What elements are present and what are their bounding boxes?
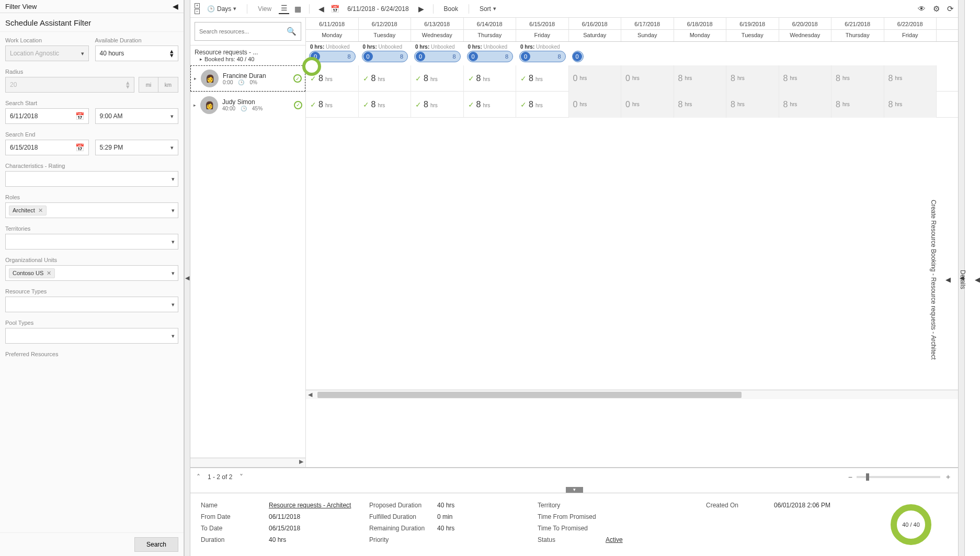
search-resources-input[interactable]: 🔍 bbox=[195, 22, 301, 41]
prev-range-icon[interactable]: ◀ bbox=[316, 5, 326, 13]
search-button[interactable]: Search bbox=[134, 537, 178, 552]
date-header: 6/18/2018 bbox=[674, 18, 727, 29]
schedule-toolbar: +− 🕒 Days ▾ View ☰ ▦ ◀ 📅 6/11/2018 - 6/2… bbox=[190, 0, 958, 18]
unit-km-button[interactable]: km bbox=[158, 77, 178, 93]
resource-row[interactable]: ▸ 👩 Judy Simon 40:00🕒45% ✓ bbox=[190, 92, 305, 118]
territories-select[interactable]: ▾ bbox=[5, 234, 178, 249]
close-details-icon[interactable]: ◀ bbox=[975, 276, 980, 283]
availability-cell[interactable]: ✓8hrs bbox=[516, 92, 569, 118]
zoom-out-icon[interactable]: − bbox=[848, 473, 852, 481]
availability-cell[interactable]: ✓8hrs bbox=[359, 65, 412, 92]
spinner-icon[interactable]: ▴▾ bbox=[170, 49, 174, 58]
org-units-select[interactable]: Contoso US✕ ▾ bbox=[5, 265, 178, 281]
pool-types-select[interactable]: ▾ bbox=[5, 328, 178, 344]
expand-icon[interactable]: ▸ bbox=[194, 76, 197, 81]
org-unit-tag[interactable]: Contoso US✕ bbox=[9, 268, 55, 278]
remove-tag-icon[interactable]: ✕ bbox=[38, 207, 43, 214]
ttp-label: Time To Promised bbox=[538, 525, 606, 532]
zoom-in-icon[interactable]: ＋ bbox=[944, 472, 952, 482]
to-date-value: 06/15/2018 bbox=[269, 525, 300, 532]
horizontal-scrollbar[interactable]: ◀ bbox=[306, 390, 958, 399]
availability-cell[interactable]: ✓8hrs bbox=[464, 92, 517, 118]
availability-cell[interactable]: 8hrs bbox=[674, 92, 727, 118]
next-range-icon[interactable]: ▶ bbox=[416, 5, 427, 13]
sort-button[interactable]: Sort ▾ bbox=[475, 3, 500, 15]
org-units-label: Organizational Units bbox=[5, 257, 178, 263]
expand-icon[interactable]: ▸ bbox=[193, 103, 196, 108]
list-view-icon[interactable]: ☰ bbox=[279, 4, 289, 14]
availability-cell[interactable]: ✓8hrs bbox=[411, 92, 464, 118]
zoom-slider[interactable] bbox=[857, 476, 940, 478]
drag-handle[interactable]: ▾ bbox=[566, 487, 583, 493]
radius-input: 20 ▴▾ bbox=[5, 77, 134, 93]
date-header: 6/13/2018 bbox=[411, 18, 464, 29]
requirement-title[interactable]: Resource requests - ... bbox=[190, 46, 305, 56]
characteristics-select[interactable]: ▾ bbox=[5, 171, 178, 187]
details-tab[interactable]: Details bbox=[959, 270, 966, 289]
pill-cell[interactable]: 08 bbox=[411, 51, 464, 62]
book-button[interactable]: Book bbox=[440, 3, 462, 15]
availability-cell[interactable]: 8hrs bbox=[779, 92, 832, 118]
search-icon[interactable]: 🔍 bbox=[287, 27, 297, 36]
available-duration-select[interactable]: 40 hours ▴▾ bbox=[95, 46, 179, 61]
pill-cell[interactable]: 08 bbox=[516, 51, 569, 62]
availability-cell[interactable]: 8hrs bbox=[884, 65, 937, 92]
availability-cell[interactable]: 8hrs bbox=[726, 65, 779, 92]
pill-cell[interactable]: 08 bbox=[359, 51, 412, 62]
availability-cell[interactable]: 8hrs bbox=[884, 92, 937, 118]
resource-types-select[interactable]: ▾ bbox=[5, 297, 178, 312]
chevron-down-icon: ▾ bbox=[81, 50, 84, 57]
pill-cell[interactable]: 08 bbox=[464, 51, 517, 62]
search-start-time[interactable]: 9:00 AM ▾ bbox=[95, 108, 179, 124]
chevron-down-icon: ▾ bbox=[172, 333, 175, 339]
fulfilled-label: Fulfilled Duration bbox=[369, 513, 437, 520]
gear-icon[interactable]: ⚙ bbox=[933, 4, 940, 14]
collapse-left-handle[interactable]: ◀ bbox=[185, 275, 189, 281]
weekday-header: Wednesday bbox=[779, 30, 832, 41]
availability-cell[interactable]: 8hrs bbox=[779, 65, 832, 92]
availability-cell[interactable]: 0hrs bbox=[621, 65, 674, 92]
role-tag[interactable]: Architect✕ bbox=[9, 206, 47, 215]
work-location-select[interactable]: Location Agnostic ▾ bbox=[5, 46, 89, 61]
date-header: 6/12/2018 bbox=[359, 18, 412, 29]
availability-cell[interactable]: 8hrs bbox=[674, 65, 727, 92]
roles-select[interactable]: Architect✕ ▾ bbox=[5, 202, 178, 218]
availability-cell[interactable]: ✓8hrs bbox=[464, 65, 517, 92]
calendar-icon[interactable]: 📅 bbox=[75, 143, 84, 152]
availability-cell[interactable]: ✓8hrs bbox=[516, 65, 569, 92]
availability-cell[interactable]: 0hrs bbox=[569, 65, 622, 92]
availability-cell[interactable]: 8hrs bbox=[726, 92, 779, 118]
availability-cell[interactable]: 8hrs bbox=[831, 65, 884, 92]
visibility-icon[interactable]: 👁 bbox=[918, 4, 926, 13]
pager-down-icon[interactable]: ˅ bbox=[240, 473, 243, 481]
date-range[interactable]: 6/11/2018 - 6/24/2018 bbox=[343, 3, 413, 15]
availability-cell[interactable]: ✓8hrs bbox=[359, 92, 412, 118]
availability-cell[interactable]: 0hrs bbox=[621, 92, 674, 118]
expand-collapse-group[interactable]: +− bbox=[195, 3, 200, 14]
availability-cell[interactable]: ✓8hrs bbox=[411, 65, 464, 92]
unbooked-cell: 0 hrs: Unbooked bbox=[516, 44, 569, 50]
pager-up-icon[interactable]: ˄ bbox=[197, 473, 200, 481]
scroll-right-icon[interactable]: ▶ bbox=[299, 458, 303, 467]
grid-view-icon[interactable]: ▦ bbox=[292, 5, 303, 13]
requirement-link[interactable]: Resource requests - Architect bbox=[269, 502, 351, 509]
pill-cell[interactable]: 0 bbox=[569, 51, 622, 62]
search-start-date[interactable]: 6/11/2018 📅 bbox=[5, 108, 89, 124]
search-end-time[interactable]: 5:29 PM ▾ bbox=[95, 140, 179, 155]
calendar-icon[interactable]: 📅 bbox=[329, 5, 340, 13]
availability-cell[interactable]: 8hrs bbox=[831, 92, 884, 118]
resource-row[interactable]: ▸ 👩 Francine Duran 0:00🕒0% ✓ bbox=[190, 65, 305, 92]
collapse-filter-icon[interactable]: ◀ bbox=[173, 2, 178, 10]
timescale-picker[interactable]: 🕒 Days ▾ bbox=[203, 3, 241, 15]
territory-label: Territory bbox=[538, 502, 606, 509]
calendar-icon[interactable]: 📅 bbox=[75, 112, 84, 120]
unit-mi-button[interactable]: mi bbox=[139, 77, 158, 93]
status-value[interactable]: Active bbox=[606, 536, 623, 543]
expand-icon[interactable]: ▸ bbox=[200, 56, 202, 62]
refresh-icon[interactable]: ⟳ bbox=[947, 4, 954, 14]
search-resources-field[interactable] bbox=[199, 28, 287, 35]
remove-tag-icon[interactable]: ✕ bbox=[47, 270, 51, 277]
search-end-date[interactable]: 6/15/2018 📅 bbox=[5, 140, 89, 155]
availability-cell[interactable]: 0hrs bbox=[569, 92, 622, 118]
availability-cell[interactable]: ✓8hrs bbox=[306, 92, 359, 118]
